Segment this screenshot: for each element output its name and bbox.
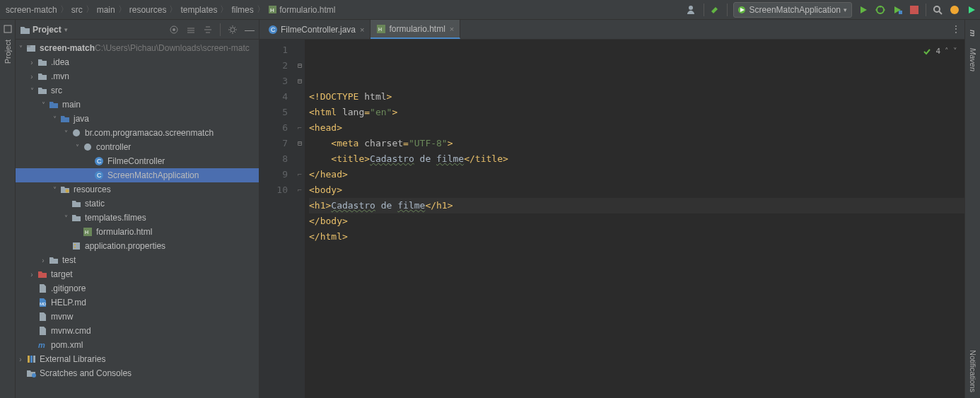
project-stripe-button[interactable]: Project [4, 34, 12, 69]
tree-row[interactable]: ˅screen-match C:\Users\Pichau\Downloads\… [16, 41, 259, 55]
tree-label: java [74, 114, 89, 124]
code-line[interactable]: <body> [309, 182, 964, 198]
tree-row[interactable]: Hformulario.html [16, 225, 259, 239]
breadcrumb-item[interactable]: main [97, 5, 115, 15]
tree-arrow-icon[interactable]: › [16, 356, 25, 363]
tree-row[interactable]: ›target [16, 267, 259, 281]
search-icon[interactable] [932, 4, 943, 16]
tree-label: pom.xml [51, 340, 83, 350]
tabs-menu-icon[interactable]: ⋮ [952, 24, 960, 34]
chevron-down-icon[interactable]: ˅ [953, 44, 957, 59]
code-line[interactable]: <head> [309, 120, 964, 136]
code-content[interactable]: 4 ˄ ˅ <!DOCTYPE html><html lang="en"><he… [305, 40, 964, 398]
tree-label: mvnw [51, 312, 73, 322]
editor-tab[interactable]: Hformulario.html× [371, 20, 460, 39]
chevron-down-icon[interactable]: ▾ [64, 26, 68, 33]
breadcrumb-item[interactable]: resources [129, 5, 167, 15]
project-stripe-icon[interactable] [3, 24, 13, 34]
tree-arrow-icon[interactable]: › [27, 59, 37, 66]
tree-row[interactable]: ›test [16, 253, 259, 267]
maven-stripe-button[interactable]: Maven [969, 42, 977, 77]
tree-row[interactable]: MDHELP.md [16, 295, 259, 310]
editor-tab[interactable]: CFilmeController.java× [262, 20, 371, 39]
chevron-up-icon[interactable]: ˄ [945, 44, 949, 59]
gear-icon[interactable] [228, 25, 238, 35]
tree-row[interactable]: ›.mvn [16, 69, 259, 83]
tree-row[interactable]: mvnw.cmd [16, 324, 259, 338]
tree-row[interactable]: Scratches and Consoles [16, 366, 259, 380]
tree-row-selected[interactable]: CScreenMatchApplication [16, 168, 259, 182]
code-line[interactable]: <meta charset="UTF-8"> [309, 136, 964, 151]
tree-arrow-icon[interactable]: ˅ [16, 45, 25, 52]
tree-arrow-icon[interactable]: › [27, 73, 37, 81]
stop-icon[interactable] [909, 4, 920, 16]
code-line[interactable]: </head> [309, 167, 964, 182]
tree-arrow-icon[interactable]: ˅ [27, 87, 37, 95]
tree-arrow-icon[interactable]: ˅ [38, 101, 48, 109]
code-line[interactable]: <h1>Cadastro de filme</h1> [309, 198, 964, 213]
close-icon[interactable]: × [450, 25, 454, 33]
expand-all-icon[interactable] [186, 25, 196, 35]
svg-rect-18 [27, 45, 30, 47]
tree-label: ScreenMatchApplication [107, 170, 199, 180]
collapse-all-icon[interactable] [203, 25, 213, 35]
updates-icon[interactable] [949, 4, 960, 16]
tree-row[interactable]: ˅br.com.programacao.screenmatch [16, 126, 259, 140]
tree-arrow-icon[interactable]: ˅ [61, 129, 71, 137]
inspection-widget[interactable]: 4 ˄ ˅ [923, 44, 957, 59]
maven-stripe-m[interactable]: m [969, 24, 977, 42]
editor-body[interactable]: 12345678910 ⊟⊟⌐⊟⌐⌐ 4 ˄ ˅ <!DOCTYPE html>… [259, 40, 964, 398]
code-line[interactable]: </html> [309, 229, 964, 245]
tree-row[interactable]: ›External Libraries [16, 352, 259, 366]
line-number-gutter: 12345678910 [259, 40, 295, 398]
run-coverage-icon[interactable] [892, 4, 903, 16]
tree-row[interactable]: CFilmeController [16, 154, 259, 168]
add-user-icon[interactable] [687, 4, 698, 16]
tree-label: test [62, 255, 76, 265]
tree-row[interactable]: ›.idea [16, 55, 259, 69]
tree-row[interactable]: ˅src [16, 83, 259, 98]
tree-row[interactable]: static [16, 197, 259, 211]
tree-arrow-icon[interactable]: ˅ [49, 115, 59, 123]
code-line[interactable]: <html lang="en"> [309, 105, 964, 120]
tree-arrow-icon[interactable]: ˅ [72, 144, 82, 151]
select-opened-icon[interactable] [169, 25, 179, 35]
fold-minus-icon[interactable]: ⊟ [298, 136, 302, 151]
tree-arrow-icon[interactable]: ˅ [61, 214, 71, 222]
code-line[interactable]: <!DOCTYPE html> [309, 89, 964, 105]
tree-row[interactable]: ˅templates.filmes [16, 211, 259, 225]
run-icon[interactable] [858, 4, 869, 16]
tree-row[interactable]: .gitignore [16, 281, 259, 295]
fold-minus-icon[interactable]: ⊟ [298, 58, 302, 74]
breadcrumb-item[interactable]: H formulario.html [268, 5, 336, 15]
breadcrumb-item[interactable]: filmes [231, 5, 253, 15]
fold-gutter[interactable]: ⊟⊟⌐⊟⌐⌐ [295, 40, 305, 398]
tree-row[interactable]: application.properties [16, 239, 259, 253]
tree-row[interactable]: ˅resources [16, 182, 259, 197]
tree-row[interactable]: mvnw [16, 310, 259, 324]
breadcrumb[interactable]: screen-match〉src〉main〉resources〉template… [3, 4, 335, 16]
tree-row[interactable]: ˅main [16, 98, 259, 112]
tree-arrow-icon[interactable]: › [27, 271, 37, 279]
build-hammer-icon[interactable] [710, 4, 721, 16]
code-line[interactable]: <title>Cadastro de filme</title> [309, 151, 964, 167]
breadcrumb-item[interactable]: templates [180, 5, 217, 15]
close-icon[interactable]: × [360, 25, 364, 34]
tree-row[interactable]: mpom.xml [16, 338, 259, 352]
debug-icon[interactable] [875, 4, 886, 16]
tree-arrow-icon[interactable]: › [38, 257, 48, 264]
breadcrumb-item[interactable]: src [71, 5, 83, 15]
run-config-selector[interactable]: ScreenMatchApplication ▾ [733, 2, 852, 18]
code-line[interactable]: </body> [309, 213, 964, 229]
chevron-down-icon: ▾ [844, 6, 847, 13]
notifications-stripe-button[interactable]: Notifications [969, 344, 977, 398]
breadcrumb-item[interactable]: screen-match [6, 5, 57, 15]
fold-minus-icon[interactable]: ⊟ [298, 74, 302, 89]
play-arrow-icon[interactable] [966, 4, 977, 16]
tree-row[interactable]: ˅controller [16, 140, 259, 154]
hide-icon[interactable]: — [245, 24, 255, 35]
tree-arrow-icon[interactable]: ˅ [49, 186, 59, 194]
tree-row[interactable]: ˅java [16, 112, 259, 126]
svg-text:H: H [378, 27, 382, 32]
project-tree[interactable]: ˅screen-match C:\Users\Pichau\Downloads\… [16, 40, 259, 398]
